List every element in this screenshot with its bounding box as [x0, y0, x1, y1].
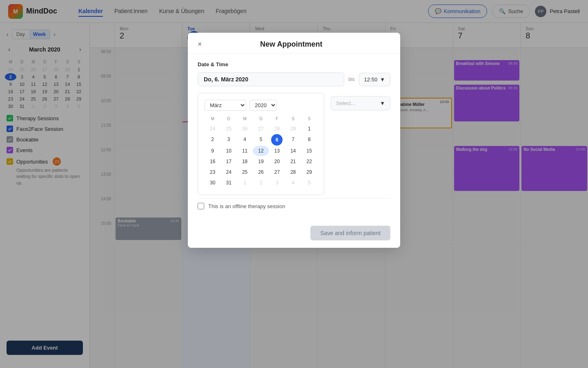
- modal-body: Date & Time Do, 6. März 2020 bis 12:50 ▼…: [188, 54, 400, 221]
- modal-cal-row: JanuarFebruarMärzAprilMaiJuniJuliAugustS…: [198, 93, 390, 195]
- time-dropdown-arrow: ▼: [380, 76, 385, 83]
- end-time-value: 12:50: [364, 76, 378, 83]
- modal-cal-nav: JanuarFebruarMärzAprilMaiJuniJuliAugustS…: [205, 100, 317, 111]
- month-select[interactable]: JanuarFebruarMärzAprilMaiJuniJuliAugustS…: [205, 100, 246, 111]
- modal-header: × New Appointment: [188, 33, 400, 54]
- new-appointment-modal: × New Appointment Date & Time Do, 6. Mär…: [188, 33, 400, 248]
- dropdown-arrow: ▼: [380, 100, 385, 106]
- modal-footer: Save and inform patient: [188, 221, 400, 248]
- modal-overlay[interactable]: × New Appointment Date & Time Do, 6. Mär…: [0, 0, 588, 368]
- patient-time-select[interactable]: Select... ▼: [331, 96, 390, 110]
- save-inform-button[interactable]: Save and inform patient: [310, 226, 390, 240]
- modal-cal-selects: JanuarFebruarMärzAprilMaiJuniJuliAugustS…: [205, 100, 277, 111]
- modal-cal-grid-header: MDMDFSS: [205, 116, 317, 122]
- offline-label: This is an offline therapy session: [208, 203, 285, 209]
- datetime-row: Do, 6. März 2020 bis 12:50 ▼: [198, 72, 390, 86]
- offline-checkbox[interactable]: [198, 203, 204, 209]
- patient-dropdown-row: Select... ▼: [331, 96, 390, 110]
- offline-row: This is an offline therapy session: [198, 198, 390, 213]
- modal-title: New Appointment: [260, 40, 322, 49]
- year-select[interactable]: 201920202021: [249, 100, 277, 111]
- end-time-select[interactable]: 12:50 ▼: [359, 73, 390, 86]
- modal-cal-grid: 2425262728291 2345678 9101112131415 1617…: [205, 123, 317, 188]
- dropdown-placeholder: Select...: [336, 100, 355, 106]
- modal-calendar: JanuarFebruarMärzAprilMaiJuniJuliAugustS…: [198, 93, 324, 195]
- bis-label: bis: [348, 76, 354, 82]
- modal-right-side: Select... ▼: [331, 93, 390, 116]
- modal-close-button[interactable]: ×: [198, 40, 202, 49]
- date-time-label: Date & Time: [198, 61, 390, 67]
- selected-date-display[interactable]: Do, 6. März 2020: [198, 72, 344, 86]
